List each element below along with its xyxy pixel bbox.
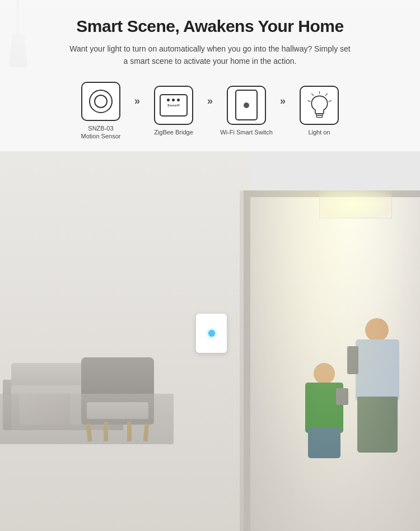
motion-sensor-box: [81, 82, 120, 121]
zigbee-brand-text: Sonoff: [167, 104, 180, 107]
page-subtitle: Want your light to turn on automatically…: [48, 43, 372, 68]
smart-switch-box: [227, 86, 266, 125]
arrow-3: »: [280, 95, 286, 107]
child-figure: [302, 363, 347, 475]
icon-item-light: Light on: [288, 86, 350, 136]
light-on-box: [300, 86, 339, 125]
light-on-label: Light on: [308, 128, 330, 136]
smart-switch-icon: [235, 90, 258, 120]
zigbee-dot-3: [177, 99, 180, 101]
zigbee-label-1: ZigBee Bridge: [154, 128, 193, 136]
zigbee-bridge-icon: Sonoff: [160, 94, 188, 117]
adult-shirt: [356, 339, 399, 401]
arrow-1: »: [134, 95, 140, 107]
child-head: [314, 363, 335, 384]
wall-switch: [196, 314, 227, 353]
page-container: Smart Scene, Awakens Your Home Want your…: [0, 0, 420, 531]
rug: [0, 394, 174, 444]
icons-row: SNZB-03 Motion Sensor » Sonoff: [28, 82, 392, 141]
zigbee-dots: [167, 99, 180, 101]
people-group: [291, 273, 403, 475]
svg-line-4: [307, 101, 310, 102]
adult-figure: [353, 318, 403, 475]
icon-item-motion-sensor: SNZB-03 Motion Sensor: [70, 82, 132, 141]
switch-label-1: Wi-Fi Smart Switch: [220, 128, 273, 136]
light-on-container: [301, 86, 338, 125]
icon-item-switch: Wi-Fi Smart Switch: [216, 86, 277, 136]
svg-rect-6: [316, 115, 322, 117]
arrow-2: »: [207, 95, 213, 107]
zigbee-dot-1: [167, 99, 170, 101]
switch-button-indicator: [244, 103, 249, 108]
motion-sensor-label-1: SNZB-03: [88, 124, 113, 132]
zigbee-bridge-box: Sonoff: [154, 86, 193, 125]
adult-head: [365, 318, 389, 342]
adult-bag: [347, 346, 358, 374]
adult-pants: [357, 397, 398, 453]
light-bulb-svg: [307, 91, 332, 119]
svg-line-2: [329, 101, 331, 102]
motion-sensor-inner-circle: [94, 95, 108, 108]
icon-item-zigbee: Sonoff ZigBee Bridge: [143, 86, 204, 136]
zigbee-dot-2: [172, 99, 175, 101]
ceiling-light: [319, 190, 392, 218]
svg-line-1: [325, 94, 327, 95]
motion-sensor-icon: [89, 90, 113, 113]
subtitle-line1: Want your light to turn on automatically…: [69, 44, 350, 53]
child-pants: [308, 427, 340, 458]
page-title: Smart Scene, Awakens Your Home: [28, 17, 392, 36]
svg-line-3: [311, 94, 313, 95]
motion-sensor-label-2: Motion Sensor: [81, 132, 121, 140]
top-content-area: Smart Scene, Awakens Your Home Want your…: [0, 0, 420, 151]
wall-switch-indicator: [208, 330, 215, 337]
subtitle-line2: a smart scene to activate your home in t…: [124, 57, 297, 66]
child-bag: [336, 388, 348, 405]
